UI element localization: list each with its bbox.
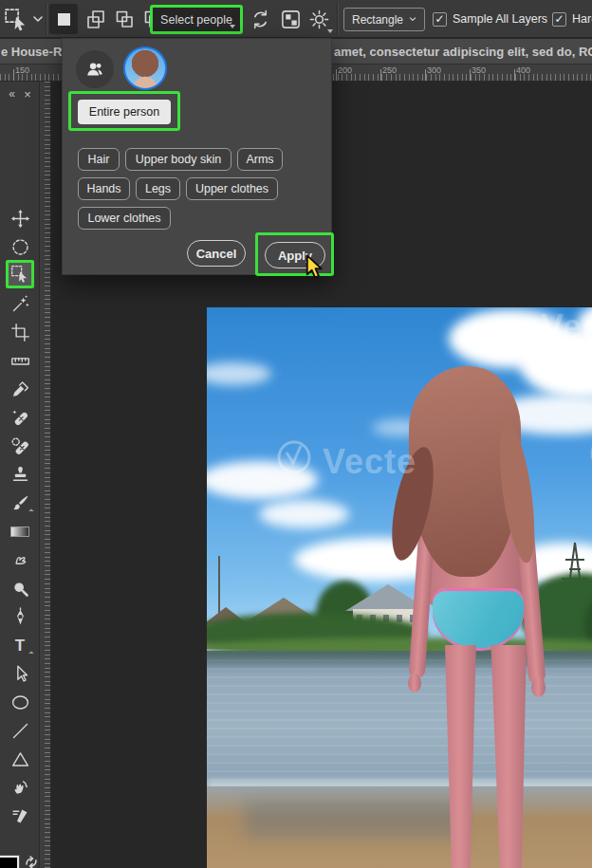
spot-healing-brush-tool[interactable] (0, 404, 40, 431)
options-bar: Select people Rectangle ✓ Sample All Lay… (0, 0, 592, 38)
chevron-down-icon (409, 16, 416, 23)
move-tool[interactable] (0, 205, 40, 231)
vertical-ruler (40, 82, 51, 868)
part-label: Lower clothes (87, 212, 160, 225)
ruler-major-tick (425, 69, 426, 81)
detected-person-avatar[interactable] (123, 46, 167, 90)
entire-person-button[interactable]: Entire person (78, 100, 171, 124)
part-label: Hair (88, 153, 110, 166)
object-selection-tool-icon[interactable] (4, 8, 28, 32)
hard-checkbox[interactable]: ✓ (552, 12, 566, 27)
part-button-hands[interactable]: Hands (78, 177, 130, 200)
select-people-button[interactable]: Select people (150, 5, 243, 34)
type-tool[interactable]: T (0, 632, 40, 658)
ruler-major-tick (470, 69, 471, 81)
object-selection-tool[interactable] (6, 260, 34, 288)
hard-label: Hard (572, 12, 592, 27)
chevron-down-icon[interactable] (32, 15, 44, 24)
cancel-button[interactable]: Cancel (187, 240, 246, 267)
ruler-tool[interactable] (0, 347, 40, 374)
crop-tool[interactable] (0, 319, 40, 345)
checkmark-icon: ✓ (554, 12, 564, 26)
new-selection-mode[interactable] (49, 4, 78, 34)
divider (46, 3, 46, 35)
gear-icon[interactable] (308, 9, 330, 30)
ruler-label: 200 (338, 65, 352, 75)
brush-tool[interactable] (0, 489, 40, 516)
line-tool[interactable] (0, 717, 40, 744)
ruler-label: 300 (427, 65, 441, 75)
vecteezy-logo-watermark (271, 434, 317, 480)
pen-tool[interactable] (0, 603, 40, 630)
tools-panel: « × (0, 82, 40, 868)
subtract-selection-icon (115, 9, 134, 28)
rotate-view-tool[interactable] (0, 803, 40, 829)
type-tool-glyph: T (15, 637, 25, 654)
photoshop-window: Vecte Vecteez ecteezy Vecteez (0, 0, 592, 868)
ruler-label: 150 (15, 65, 29, 75)
select-people-label: Select people (160, 13, 232, 27)
gradient-icon (10, 526, 29, 537)
swap-colors-icon[interactable] (25, 856, 38, 868)
ruler-label: 350 (472, 65, 486, 75)
tool-group-indicator (28, 651, 34, 656)
ruler-major-tick (380, 69, 381, 81)
ruler-label: 250 (382, 65, 397, 75)
part-label: Arms (246, 153, 273, 166)
part-button-legs[interactable]: Legs (136, 177, 180, 200)
cloud (259, 500, 349, 528)
ellipse-shape-tool[interactable] (0, 689, 40, 715)
sample-all-layers-checkbox[interactable]: ✓ (433, 12, 447, 27)
part-button-upper-body-skin[interactable]: Upper body skin (125, 148, 231, 171)
ruler-ticks (45, 82, 50, 868)
layer-comp-icon[interactable] (280, 9, 302, 30)
cancel-label: Cancel (196, 247, 237, 261)
triangle-tool[interactable] (0, 746, 40, 772)
part-label: Upper body skin (136, 153, 221, 166)
ruler-label: 400 (516, 65, 530, 75)
eyedropper-tool[interactable] (0, 376, 40, 402)
add-to-selection-mode[interactable] (82, 4, 110, 34)
part-label: Hands (86, 182, 120, 195)
vecteezy-logo-watermark (584, 429, 592, 478)
all-people-avatar[interactable] (76, 50, 114, 88)
healing-brush-tool[interactable] (0, 433, 40, 459)
smudge-tool[interactable] (0, 546, 40, 573)
new-selection-icon (58, 13, 70, 26)
close-panel-icon[interactable]: × (24, 87, 31, 102)
gradient-tool[interactable] (0, 518, 40, 545)
path-selection-tool[interactable] (0, 660, 40, 687)
entire-person-highlight: Entire person (68, 91, 180, 131)
ruler-major-tick (514, 69, 515, 81)
shape-mode-value: Rectangle (352, 13, 403, 27)
magic-wand-tool[interactable] (0, 290, 40, 317)
elliptical-marquee-tool[interactable] (0, 233, 40, 260)
foreground-color-swatch[interactable] (0, 856, 19, 868)
part-button-lower-clothes[interactable]: Lower clothes (78, 207, 171, 230)
dodge-tool[interactable] (0, 575, 40, 601)
sample-all-layers-label: Sample All Layers (453, 12, 547, 27)
entire-person-label: Entire person (89, 105, 159, 119)
refresh-icon[interactable] (250, 9, 271, 30)
mouse-cursor (305, 254, 324, 279)
caret-icon (327, 29, 333, 33)
part-label: Upper clothes (195, 182, 268, 195)
watermark-text: Vecteez (541, 307, 592, 347)
part-button-hair[interactable]: Hair (78, 148, 120, 171)
shape-mode-dropdown[interactable]: Rectangle (343, 8, 425, 31)
add-selection-icon (86, 9, 105, 28)
select-people-panel: Entire person Hair Upper body skin Arms … (62, 38, 332, 275)
subtract-from-selection-mode[interactable] (110, 4, 139, 34)
document-tab-title-right: amet, consectetur adipiscing elit, sed d… (334, 45, 592, 59)
collapse-panel-icon[interactable]: « (9, 87, 15, 101)
part-button-arms[interactable]: Arms (237, 148, 283, 171)
tools-panel-header: « × (0, 82, 40, 106)
divider (337, 3, 338, 35)
document-photo[interactable]: Vecte Vecteez ecteezy Vecteez (207, 307, 592, 868)
hand-tool[interactable] (0, 774, 40, 801)
part-button-upper-clothes[interactable]: Upper clothes (186, 177, 278, 200)
ruler-major-tick (13, 69, 14, 81)
clone-stamp-tool[interactable] (0, 461, 40, 488)
wet-sand-sheen (245, 801, 463, 839)
ruler-major-tick (336, 69, 337, 81)
